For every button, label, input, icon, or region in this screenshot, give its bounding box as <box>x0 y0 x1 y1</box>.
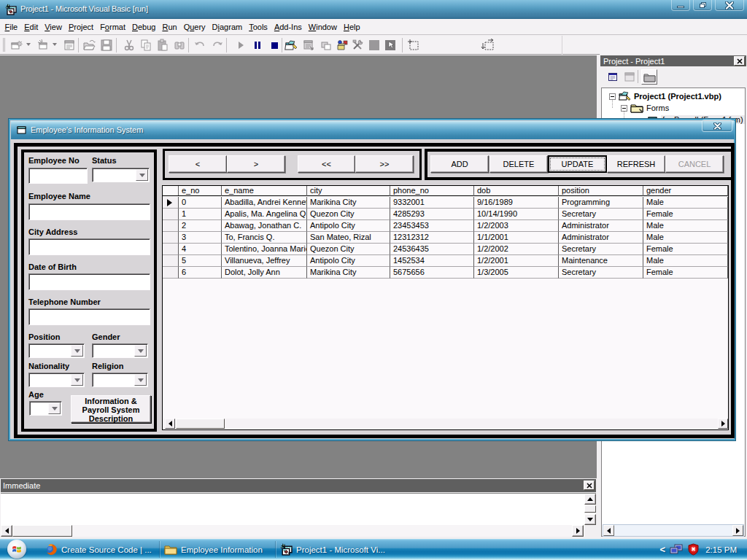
find-button[interactable] <box>172 38 187 52</box>
combo-dropdown-icon[interactable] <box>71 374 83 386</box>
grid-row[interactable]: 0 Abadilla, Andrei Kenneth Marikina City… <box>163 197 728 209</box>
view-object-button[interactable] <box>622 69 638 85</box>
project-tree-hscrollbar[interactable] <box>603 524 744 537</box>
menu-item[interactable]: Help <box>340 20 363 34</box>
project-explorer-titlebar[interactable]: Project - Project1 <box>600 55 746 66</box>
menu-item[interactable]: Add-Ins <box>271 20 305 34</box>
view-code-button[interactable] <box>605 69 621 85</box>
nationality-combo[interactable] <box>28 373 85 387</box>
data-view-window-button[interactable] <box>367 38 382 52</box>
grid-row[interactable]: 3 To, Francis Q. San Mateo, Rizal 123123… <box>163 232 728 244</box>
age-combo[interactable] <box>29 401 62 416</box>
add-form-dropdown[interactable] <box>53 43 57 46</box>
nav-prev-button[interactable]: < <box>169 155 227 173</box>
immediate-vscrollbar[interactable] <box>584 494 596 525</box>
menu-item[interactable]: Format <box>97 20 129 34</box>
task-vb[interactable]: Project1 - Microsoft Vi... <box>280 540 385 559</box>
delete-button[interactable]: DELETE <box>489 155 548 173</box>
nav-last-button[interactable]: >> <box>355 155 414 173</box>
status-combo[interactable] <box>92 168 150 182</box>
scroll-down-button[interactable] <box>584 514 596 525</box>
menu-item[interactable]: View <box>42 20 66 34</box>
menu-item[interactable]: File <box>1 20 21 34</box>
restore-button[interactable] <box>693 0 712 11</box>
combo-dropdown-icon[interactable] <box>71 345 83 357</box>
menu-item[interactable]: Tools <box>246 20 271 34</box>
object-browser-button[interactable] <box>335 38 349 52</box>
refresh-button[interactable]: REFRESH <box>607 155 665 173</box>
nav-next-button[interactable]: > <box>227 155 285 173</box>
grid-row[interactable]: 5 Villanueva, Jeffrey Antipolo City 1452… <box>163 255 728 267</box>
grid-hscrollbar[interactable] <box>163 419 728 429</box>
column-header[interactable]: gender <box>643 186 728 196</box>
gender-combo[interactable] <box>92 343 148 358</box>
combo-dropdown-icon[interactable] <box>134 345 147 357</box>
tree-item-forms[interactable]: Forms <box>621 102 669 114</box>
scroll-left-button[interactable] <box>165 419 175 429</box>
menu-item[interactable]: Query <box>180 20 209 34</box>
toolbar-grip[interactable] <box>3 38 7 52</box>
menu-item[interactable]: Edit <box>21 20 42 34</box>
project-explorer-close-button[interactable] <box>734 56 745 66</box>
combo-dropdown-icon[interactable] <box>134 374 147 386</box>
column-header[interactable]: city <box>307 186 390 196</box>
redo-button[interactable] <box>210 38 225 52</box>
city-address-input[interactable] <box>28 238 150 255</box>
cut-button[interactable] <box>122 38 136 52</box>
scrollbar-thumb[interactable] <box>584 505 596 513</box>
copy-button[interactable] <box>139 38 153 52</box>
collapse-icon[interactable] <box>621 105 627 112</box>
menu-item[interactable]: Window <box>305 20 340 34</box>
end-button[interactable] <box>267 38 282 52</box>
menu-item[interactable]: Project <box>65 20 96 34</box>
grid-row[interactable]: 6 Dolot, Jolly Ann Marikina City 5675656… <box>163 267 728 279</box>
task-folder[interactable]: Employee Information <box>164 540 263 559</box>
project-explorer-button[interactable] <box>285 38 299 52</box>
combo-dropdown-icon[interactable] <box>136 169 148 181</box>
form-titlebar[interactable]: Employee's Information System <box>11 121 735 139</box>
start-button[interactable] <box>7 540 26 559</box>
row-selector[interactable] <box>163 197 179 209</box>
scroll-left-button[interactable] <box>603 525 614 536</box>
scrollbar-thumb[interactable] <box>176 419 225 429</box>
undo-button[interactable] <box>193 38 207 52</box>
toggle-folders-button[interactable] <box>641 69 657 85</box>
employee-name-input[interactable] <box>28 203 150 220</box>
row-selector[interactable] <box>163 209 179 220</box>
row-selector[interactable] <box>163 244 179 255</box>
add-project-dropdown[interactable] <box>26 43 31 46</box>
start-button[interactable] <box>233 38 248 52</box>
row-selector[interactable] <box>163 267 179 279</box>
minimize-button[interactable] <box>671 0 690 11</box>
row-selector[interactable] <box>163 255 179 267</box>
network-icon[interactable] <box>670 544 683 556</box>
menu-item[interactable]: Diagram <box>209 20 246 34</box>
scroll-up-button[interactable] <box>584 494 596 505</box>
menu-item[interactable]: Run <box>159 20 180 34</box>
form-layout-window-button[interactable] <box>319 38 333 52</box>
scroll-right-button[interactable] <box>718 419 728 429</box>
visual-component-manager-button[interactable] <box>383 38 398 52</box>
religion-combo[interactable] <box>92 373 148 387</box>
column-header[interactable]: position <box>559 186 643 196</box>
close-button[interactable] <box>715 0 744 11</box>
grid-row[interactable]: 1 Apalis, Ma. Angelina Q. Quezon City 42… <box>163 209 728 220</box>
combo-dropdown-icon[interactable] <box>48 402 61 414</box>
cancel-button[interactable]: CANCEL <box>665 155 724 173</box>
tray-chevron-icon[interactable]: < <box>660 544 666 555</box>
description-button[interactable]: Information & Payroll System Description <box>71 395 151 423</box>
toolbox-button[interactable] <box>351 38 365 52</box>
row-selector[interactable] <box>163 220 179 232</box>
column-header[interactable]: e_no <box>179 186 222 196</box>
scroll-right-button[interactable] <box>572 525 584 537</box>
scroll-left-button[interactable] <box>1 525 12 537</box>
menu-editor-button[interactable] <box>62 38 77 52</box>
row-selector[interactable] <box>163 232 179 244</box>
scroll-right-button[interactable] <box>732 525 743 536</box>
add-button[interactable]: ADD <box>430 155 489 173</box>
grid-row[interactable]: 2 Abawag, Jonathan C. Antipolo City 2345… <box>163 220 728 232</box>
security-shield-icon[interactable] <box>687 543 700 556</box>
tree-item-project[interactable]: Project1 (Project1.vbp) <box>609 90 721 102</box>
form-close-button[interactable] <box>702 120 732 132</box>
scrollbar-thumb[interactable] <box>12 525 72 537</box>
